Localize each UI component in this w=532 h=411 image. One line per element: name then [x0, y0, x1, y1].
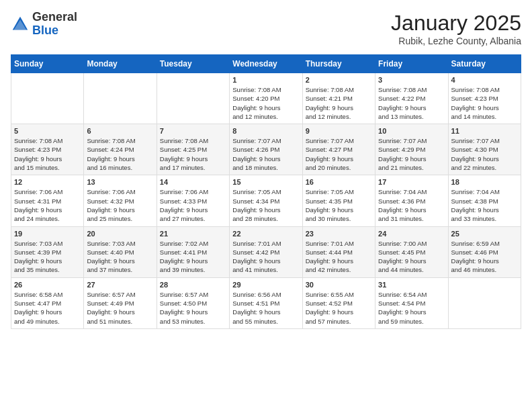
calendar-cell: [157, 73, 229, 124]
day-info: Sunrise: 7:08 AM Sunset: 4:23 PM Dayligh…: [451, 85, 518, 121]
calendar-cell: 21Sunrise: 7:02 AM Sunset: 4:41 PM Dayli…: [157, 226, 229, 277]
calendar-cell: 14Sunrise: 7:06 AM Sunset: 4:33 PM Dayli…: [157, 175, 229, 226]
day-of-week-header: Friday: [375, 55, 448, 73]
calendar-week-row: 26Sunrise: 6:58 AM Sunset: 4:47 PM Dayli…: [11, 277, 521, 328]
calendar-cell: 18Sunrise: 7:04 AM Sunset: 4:38 PM Dayli…: [448, 175, 521, 226]
day-number: 1: [232, 76, 299, 84]
day-number: 12: [14, 178, 81, 186]
day-number: 6: [87, 127, 153, 135]
day-of-week-header: Wednesday: [230, 55, 302, 73]
calendar-week-row: 1Sunrise: 7:08 AM Sunset: 4:20 PM Daylig…: [11, 73, 521, 124]
day-number: 17: [378, 178, 445, 186]
calendar-cell: 31Sunrise: 6:54 AM Sunset: 4:54 PM Dayli…: [375, 277, 448, 328]
logo-blue: Blue: [32, 24, 58, 37]
day-number: 21: [160, 230, 226, 238]
calendar-cell: 8Sunrise: 7:07 AM Sunset: 4:26 PM Daylig…: [230, 124, 302, 175]
calendar-cell: [448, 277, 521, 328]
day-of-week-header: Sunday: [11, 55, 84, 73]
calendar-cell: [84, 73, 157, 124]
day-info: Sunrise: 7:03 AM Sunset: 4:40 PM Dayligh…: [87, 239, 153, 275]
day-number: 13: [87, 178, 153, 186]
calendar-cell: 9Sunrise: 7:07 AM Sunset: 4:27 PM Daylig…: [302, 124, 375, 175]
day-of-week-header: Tuesday: [157, 55, 229, 73]
day-number: 26: [14, 281, 81, 289]
day-info: Sunrise: 6:57 AM Sunset: 4:50 PM Dayligh…: [160, 290, 226, 326]
day-info: Sunrise: 7:01 AM Sunset: 4:44 PM Dayligh…: [306, 239, 372, 275]
calendar-week-row: 5Sunrise: 7:08 AM Sunset: 4:23 PM Daylig…: [11, 124, 521, 175]
day-number: 30: [306, 281, 372, 289]
day-number: 16: [306, 178, 372, 186]
calendar-table: SundayMondayTuesdayWednesdayThursdayFrid…: [11, 54, 521, 329]
calendar-cell: 29Sunrise: 6:56 AM Sunset: 4:51 PM Dayli…: [230, 277, 302, 328]
calendar-cell: 10Sunrise: 7:07 AM Sunset: 4:29 PM Dayli…: [375, 124, 448, 175]
calendar-cell: 3Sunrise: 7:08 AM Sunset: 4:22 PM Daylig…: [375, 73, 448, 124]
day-info: Sunrise: 7:02 AM Sunset: 4:41 PM Dayligh…: [160, 239, 226, 275]
day-info: Sunrise: 7:05 AM Sunset: 4:34 PM Dayligh…: [232, 187, 299, 223]
day-info: Sunrise: 6:57 AM Sunset: 4:49 PM Dayligh…: [87, 290, 153, 326]
day-info: Sunrise: 6:54 AM Sunset: 4:54 PM Dayligh…: [378, 290, 445, 326]
day-number: 7: [160, 127, 226, 135]
calendar-cell: 28Sunrise: 6:57 AM Sunset: 4:50 PM Dayli…: [157, 277, 229, 328]
calendar-cell: 15Sunrise: 7:05 AM Sunset: 4:34 PM Dayli…: [230, 175, 302, 226]
calendar-cell: 30Sunrise: 6:55 AM Sunset: 4:52 PM Dayli…: [302, 277, 375, 328]
day-info: Sunrise: 6:55 AM Sunset: 4:52 PM Dayligh…: [306, 290, 372, 326]
day-number: 22: [232, 230, 299, 238]
day-number: 2: [306, 76, 372, 84]
calendar-cell: 25Sunrise: 6:59 AM Sunset: 4:46 PM Dayli…: [448, 226, 521, 277]
day-info: Sunrise: 7:08 AM Sunset: 4:20 PM Dayligh…: [232, 85, 299, 121]
day-info: Sunrise: 7:08 AM Sunset: 4:22 PM Dayligh…: [378, 85, 445, 121]
day-number: 3: [378, 76, 445, 84]
day-number: 8: [232, 127, 299, 135]
day-info: Sunrise: 7:08 AM Sunset: 4:21 PM Dayligh…: [306, 85, 372, 121]
day-number: 10: [378, 127, 445, 135]
day-number: 25: [451, 230, 518, 238]
day-info: Sunrise: 7:05 AM Sunset: 4:35 PM Dayligh…: [306, 187, 372, 223]
day-of-week-header: Thursday: [302, 55, 375, 73]
month-title: January 2025: [391, 11, 521, 36]
calendar-cell: 4Sunrise: 7:08 AM Sunset: 4:23 PM Daylig…: [448, 73, 521, 124]
location: Rubik, Lezhe County, Albania: [391, 36, 521, 46]
day-number: 9: [306, 127, 372, 135]
day-info: Sunrise: 7:06 AM Sunset: 4:31 PM Dayligh…: [14, 187, 81, 223]
day-info: Sunrise: 7:06 AM Sunset: 4:32 PM Dayligh…: [87, 187, 153, 223]
day-number: 14: [160, 178, 226, 186]
day-number: 27: [87, 281, 153, 289]
calendar-cell: 11Sunrise: 7:07 AM Sunset: 4:30 PM Dayli…: [448, 124, 521, 175]
calendar-cell: 19Sunrise: 7:03 AM Sunset: 4:39 PM Dayli…: [11, 226, 84, 277]
day-info: Sunrise: 7:03 AM Sunset: 4:39 PM Dayligh…: [14, 239, 81, 275]
day-info: Sunrise: 7:07 AM Sunset: 4:29 PM Dayligh…: [378, 136, 445, 172]
day-info: Sunrise: 7:06 AM Sunset: 4:33 PM Dayligh…: [160, 187, 226, 223]
day-number: 20: [87, 230, 153, 238]
day-of-week-header: Monday: [84, 55, 157, 73]
day-info: Sunrise: 7:01 AM Sunset: 4:42 PM Dayligh…: [232, 239, 299, 275]
day-number: 5: [14, 127, 81, 135]
calendar-header-row: SundayMondayTuesdayWednesdayThursdayFrid…: [11, 55, 521, 73]
day-info: Sunrise: 7:07 AM Sunset: 4:26 PM Dayligh…: [232, 136, 299, 172]
day-number: 15: [232, 178, 299, 186]
day-number: 31: [378, 281, 445, 289]
day-info: Sunrise: 7:08 AM Sunset: 4:23 PM Dayligh…: [14, 136, 81, 172]
page-header: General Blue January 2025 Rubik, Lezhe C…: [11, 11, 521, 46]
day-number: 24: [378, 230, 445, 238]
logo-general: General: [32, 10, 77, 24]
day-number: 18: [451, 178, 518, 186]
day-info: Sunrise: 7:04 AM Sunset: 4:36 PM Dayligh…: [378, 187, 445, 223]
logo: General Blue: [11, 11, 77, 38]
calendar-cell: 7Sunrise: 7:08 AM Sunset: 4:25 PM Daylig…: [157, 124, 229, 175]
calendar-cell: 16Sunrise: 7:05 AM Sunset: 4:35 PM Dayli…: [302, 175, 375, 226]
day-info: Sunrise: 6:59 AM Sunset: 4:46 PM Dayligh…: [451, 239, 518, 275]
calendar-cell: 12Sunrise: 7:06 AM Sunset: 4:31 PM Dayli…: [11, 175, 84, 226]
calendar-cell: 27Sunrise: 6:57 AM Sunset: 4:49 PM Dayli…: [84, 277, 157, 328]
calendar-cell: [11, 73, 84, 124]
calendar-cell: 17Sunrise: 7:04 AM Sunset: 4:36 PM Dayli…: [375, 175, 448, 226]
calendar-week-row: 12Sunrise: 7:06 AM Sunset: 4:31 PM Dayli…: [11, 175, 521, 226]
day-info: Sunrise: 7:08 AM Sunset: 4:25 PM Dayligh…: [160, 136, 226, 172]
day-number: 19: [14, 230, 81, 238]
title-block: January 2025 Rubik, Lezhe County, Albani…: [391, 11, 521, 46]
day-info: Sunrise: 6:58 AM Sunset: 4:47 PM Dayligh…: [14, 290, 81, 326]
day-info: Sunrise: 7:04 AM Sunset: 4:38 PM Dayligh…: [451, 187, 518, 223]
logo-icon: [11, 15, 30, 34]
day-number: 4: [451, 76, 518, 84]
calendar-cell: 20Sunrise: 7:03 AM Sunset: 4:40 PM Dayli…: [84, 226, 157, 277]
calendar-cell: 24Sunrise: 7:00 AM Sunset: 4:45 PM Dayli…: [375, 226, 448, 277]
